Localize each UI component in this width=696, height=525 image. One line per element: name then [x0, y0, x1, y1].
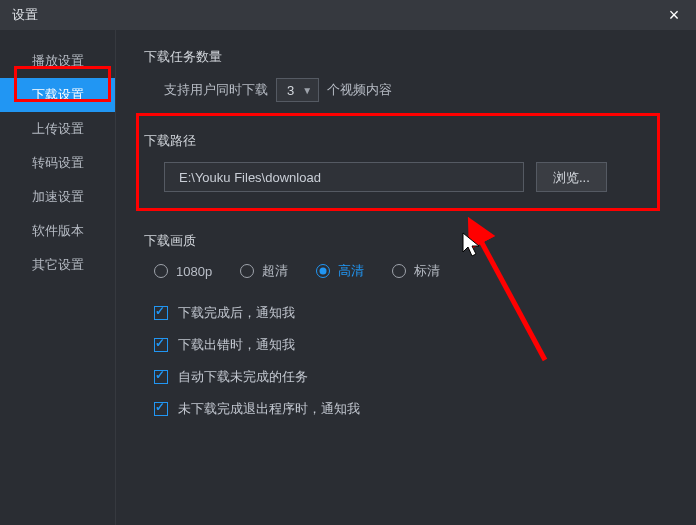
chevron-down-icon: ▼ — [302, 85, 312, 96]
checkbox-icon — [154, 306, 168, 320]
settings-window: 设置 × 播放设置 下载设置 上传设置 转码设置 加速设置 软件版本 其它设置 … — [0, 0, 696, 525]
check-error-notify[interactable]: 下载出错时，通知我 — [154, 336, 666, 354]
radio-label: 高清 — [338, 262, 364, 280]
content-panel: 下载任务数量 支持用户同时下载 3 ▼ 个视频内容 下载路径 E:\Youku … — [115, 30, 696, 525]
radio-icon — [154, 264, 168, 278]
path-title: 下载路径 — [144, 132, 666, 150]
sidebar-item-version[interactable]: 软件版本 — [0, 214, 115, 248]
checkbox-label: 下载完成后，通知我 — [178, 304, 295, 322]
body: 播放设置 下载设置 上传设置 转码设置 加速设置 软件版本 其它设置 下载任务数… — [0, 30, 696, 525]
checkbox-label: 自动下载未完成的任务 — [178, 368, 308, 386]
sidebar-item-download[interactable]: 下载设置 — [0, 78, 115, 112]
titlebar: 设置 × — [0, 0, 696, 30]
window-title: 设置 — [12, 6, 38, 24]
quality-options: 1080p 超清 高清 标清 — [154, 262, 666, 280]
notify-options: 下载完成后，通知我 下载出错时，通知我 自动下载未完成的任务 未下载完成退出程序… — [154, 304, 666, 418]
radio-label: 标清 — [414, 262, 440, 280]
sidebar-item-label: 其它设置 — [32, 257, 84, 272]
sidebar-item-transcode[interactable]: 转码设置 — [0, 146, 115, 180]
checkbox-label: 未下载完成退出程序时，通知我 — [178, 400, 360, 418]
check-complete-notify[interactable]: 下载完成后，通知我 — [154, 304, 666, 322]
sidebar-item-label: 下载设置 — [32, 87, 84, 102]
tasks-count-select[interactable]: 3 ▼ — [276, 78, 319, 102]
tasks-count-value: 3 — [287, 83, 294, 98]
radio-icon — [240, 264, 254, 278]
download-path-input[interactable]: E:\Youku Files\download — [164, 162, 524, 192]
close-icon[interactable]: × — [664, 5, 684, 26]
tasks-title: 下载任务数量 — [144, 48, 666, 66]
tasks-prefix: 支持用户同时下载 — [164, 81, 268, 99]
radio-icon — [316, 264, 330, 278]
sidebar-item-label: 播放设置 — [32, 53, 84, 68]
check-exit-notify[interactable]: 未下载完成退出程序时，通知我 — [154, 400, 666, 418]
quality-title: 下载画质 — [144, 232, 666, 250]
sidebar-item-label: 软件版本 — [32, 223, 84, 238]
path-section: 下载路径 E:\Youku Files\download 浏览... — [144, 122, 666, 212]
browse-button[interactable]: 浏览... — [536, 162, 607, 192]
quality-standard[interactable]: 标清 — [392, 262, 440, 280]
radio-label: 1080p — [176, 264, 212, 279]
sidebar: 播放设置 下载设置 上传设置 转码设置 加速设置 软件版本 其它设置 — [0, 30, 115, 525]
path-group: E:\Youku Files\download 浏览... — [164, 162, 666, 192]
quality-super[interactable]: 超清 — [240, 262, 288, 280]
checkbox-label: 下载出错时，通知我 — [178, 336, 295, 354]
sidebar-item-upload[interactable]: 上传设置 — [0, 112, 115, 146]
tasks-suffix: 个视频内容 — [327, 81, 392, 99]
checkbox-icon — [154, 402, 168, 416]
radio-label: 超清 — [262, 262, 288, 280]
tasks-section: 下载任务数量 支持用户同时下载 3 ▼ 个视频内容 — [144, 48, 666, 102]
sidebar-item-accelerate[interactable]: 加速设置 — [0, 180, 115, 214]
tasks-row: 支持用户同时下载 3 ▼ 个视频内容 — [164, 78, 666, 102]
checkbox-icon — [154, 370, 168, 384]
sidebar-item-label: 加速设置 — [32, 189, 84, 204]
check-auto-resume[interactable]: 自动下载未完成的任务 — [154, 368, 666, 386]
quality-1080p[interactable]: 1080p — [154, 264, 212, 279]
quality-section: 下载画质 1080p 超清 高清 — [144, 232, 666, 280]
sidebar-item-other[interactable]: 其它设置 — [0, 248, 115, 282]
radio-icon — [392, 264, 406, 278]
sidebar-item-play[interactable]: 播放设置 — [0, 44, 115, 78]
sidebar-item-label: 转码设置 — [32, 155, 84, 170]
quality-high[interactable]: 高清 — [316, 262, 364, 280]
checkbox-icon — [154, 338, 168, 352]
sidebar-item-label: 上传设置 — [32, 121, 84, 136]
